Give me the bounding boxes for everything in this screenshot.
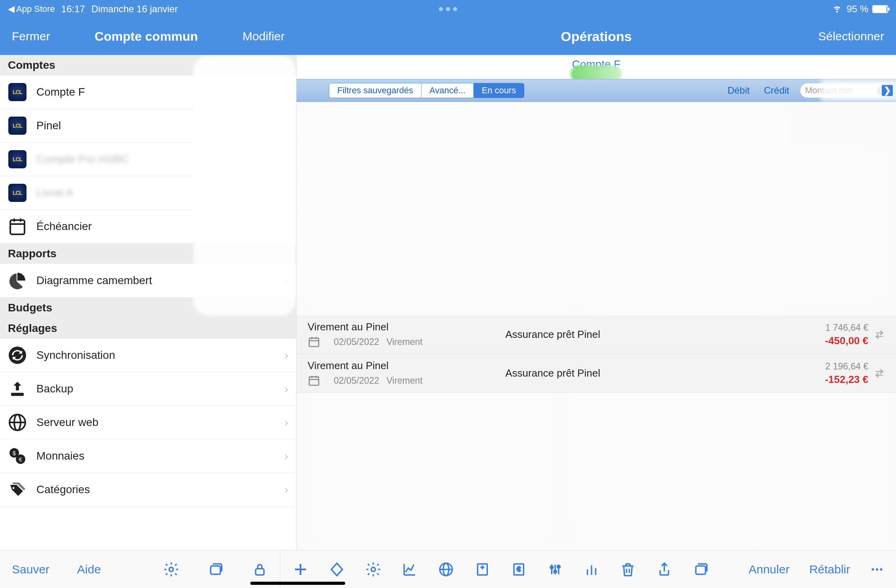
home-indicator[interactable] <box>250 582 345 585</box>
section-accounts: Comptes <box>0 55 296 75</box>
backup-row[interactable]: Backup › <box>0 372 296 406</box>
svg-point-54 <box>880 568 883 571</box>
op-amount: -450,00 € <box>825 335 868 347</box>
op-desc: Assurance prêt Pinel <box>505 367 825 379</box>
account-label: Livret A <box>36 187 73 199</box>
chevron-right-icon: › <box>284 382 288 396</box>
account-row[interactable]: LCL Compte F <box>0 75 296 109</box>
svg-rect-11 <box>11 393 24 396</box>
svg-rect-30 <box>256 569 264 575</box>
window-stack-icon[interactable] <box>692 561 709 578</box>
chevron-right-icon: › <box>284 274 288 287</box>
current-filter-button[interactable]: En cours <box>474 83 524 98</box>
svg-point-52 <box>872 568 874 571</box>
section-budgets: Budgets <box>0 298 296 318</box>
pie-chart-row[interactable]: Diagramme camembert › <box>0 264 296 298</box>
pie-label: Diagramme camembert <box>36 274 152 287</box>
calendar-icon <box>308 335 320 348</box>
plus-icon[interactable] <box>292 561 309 578</box>
status-back-app[interactable]: ◀ App Store <box>8 4 55 14</box>
svg-rect-20 <box>309 338 319 347</box>
operation-row[interactable]: Virement au Pinel 02/05/2022 Virement As… <box>297 354 896 393</box>
chevron-right-icon: › <box>284 449 288 463</box>
svg-text:€: € <box>517 566 521 573</box>
svg-text:€: € <box>19 456 22 463</box>
expand-right-icon[interactable]: ❯ <box>882 85 893 96</box>
edit-button[interactable]: Modifier <box>242 30 285 43</box>
sidebar[interactable]: Comptes LCL Compte F LCL Pinel LCL Compt… <box>0 55 297 550</box>
op-date: 02/05/2022 <box>334 337 379 347</box>
receipt-plus-icon[interactable] <box>474 561 491 578</box>
lock-icon[interactable] <box>251 561 268 578</box>
category-row[interactable]: Catégories › <box>0 473 296 507</box>
globe-icon[interactable] <box>438 561 454 578</box>
sync-icon <box>8 346 27 365</box>
svg-point-10 <box>9 347 26 364</box>
gear-icon[interactable] <box>163 561 180 578</box>
pie-chart-icon <box>8 271 27 290</box>
window-stack-icon[interactable] <box>207 561 224 578</box>
battery-percent: 95 % <box>847 4 868 15</box>
sliders-icon[interactable] <box>547 561 563 578</box>
chevron-right-icon: › <box>284 416 288 429</box>
status-time: 16:17 <box>61 4 85 15</box>
advanced-filter-button[interactable]: Avancé... <box>422 83 474 98</box>
op-type: Virement <box>386 375 423 386</box>
battery-icon <box>872 5 888 13</box>
scheduler-row[interactable]: Échéancier <box>0 210 296 243</box>
svg-rect-24 <box>309 377 319 385</box>
sync-label: Synchronisation <box>36 349 115 362</box>
calendar-grid-icon <box>8 217 27 236</box>
operations-list[interactable]: Virement au Pinel 02/05/2022 Virement As… <box>297 102 896 550</box>
svg-rect-51 <box>696 566 706 574</box>
diamond-icon[interactable] <box>329 561 345 578</box>
op-balance: 1 746,64 € <box>825 322 868 333</box>
svg-text:$: $ <box>13 450 16 456</box>
scheduler-label: Échéancier <box>36 220 92 233</box>
help-button[interactable]: Aide <box>77 563 101 576</box>
saved-filters-button[interactable]: Filtres sauvegardés <box>329 83 422 98</box>
content-pane: Compte F Filtres sauvegardés Avancé... E… <box>297 55 896 550</box>
operation-row[interactable]: Virement au Pinel 02/05/2022 Virement As… <box>297 315 896 354</box>
sync-row[interactable]: Synchronisation › <box>0 339 296 372</box>
currency-label: Monnaies <box>36 450 84 462</box>
credit-button[interactable]: Crédit <box>757 85 796 96</box>
svg-point-33 <box>371 567 376 571</box>
content-title: Opérations <box>561 29 631 44</box>
op-date: 02/05/2022 <box>334 375 379 386</box>
close-button[interactable]: Fermer <box>12 30 50 43</box>
redo-button[interactable]: Rétablir <box>809 563 850 576</box>
backup-icon <box>8 379 27 398</box>
account-label: Compte Pro HSBC <box>36 153 129 166</box>
trash-icon[interactable] <box>620 561 636 578</box>
receipt-euro-icon[interactable]: € <box>510 561 527 578</box>
chevron-right-icon: › <box>284 483 288 496</box>
account-row[interactable]: LCL Compte Pro HSBC <box>0 143 296 176</box>
svg-point-28 <box>169 567 174 571</box>
bank-lcl-icon: LCL <box>8 184 26 202</box>
save-button[interactable]: Sauver <box>12 563 49 576</box>
bar-chart-icon[interactable] <box>583 561 600 578</box>
sidebar-toolbar: Sauver Aide <box>0 550 280 588</box>
webserver-label: Serveur web <box>36 416 98 429</box>
multitask-dots[interactable] <box>439 7 457 11</box>
undo-button[interactable]: Annuler <box>749 563 789 576</box>
sidebar-title: Compte commun <box>95 29 198 44</box>
select-button[interactable]: Sélectionner <box>818 30 884 43</box>
gear-icon[interactable] <box>365 561 382 578</box>
tags-icon <box>8 480 27 499</box>
section-settings: Réglages <box>0 318 296 339</box>
debit-button[interactable]: Débit <box>720 85 757 96</box>
account-row[interactable]: LCL Pinel <box>0 109 296 143</box>
status-bar: ◀ App Store 16:17 Dimanche 16 janvier 95… <box>0 0 896 18</box>
more-icon[interactable] <box>870 561 884 578</box>
share-icon[interactable] <box>656 561 673 578</box>
category-label: Catégories <box>36 483 90 496</box>
chevron-right-icon: › <box>284 349 288 362</box>
bank-lcl-icon: LCL <box>8 150 26 168</box>
currency-row[interactable]: $€ Monnaies › <box>0 439 296 473</box>
account-row[interactable]: LCL Livret A <box>0 176 296 210</box>
filter-bar: Filtres sauvegardés Avancé... En cours D… <box>297 79 896 102</box>
webserver-row[interactable]: Serveur web › <box>0 406 296 439</box>
chart-line-icon[interactable] <box>401 561 418 578</box>
